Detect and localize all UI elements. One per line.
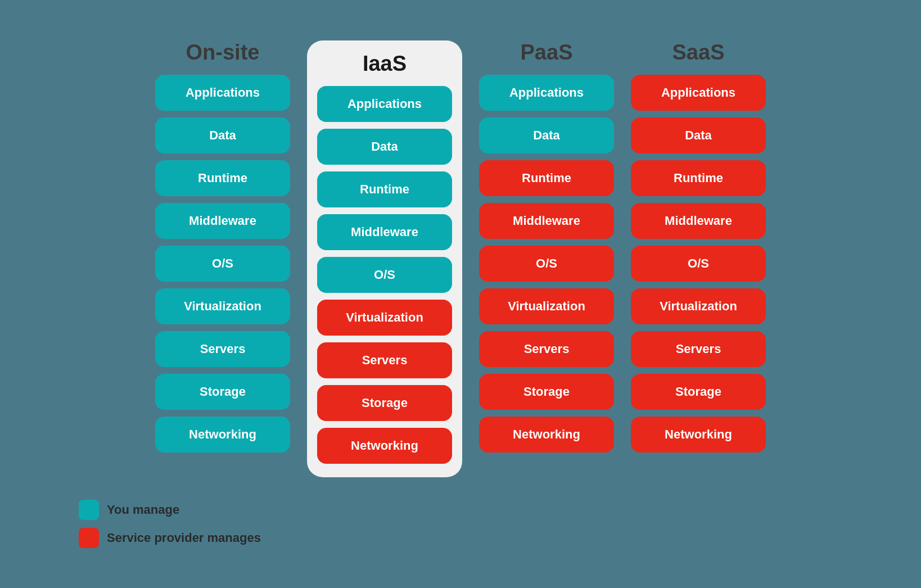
pill-iaas-servers: Servers xyxy=(317,342,452,378)
legend-item-teal: You manage xyxy=(79,500,261,520)
pill-saas-virtualization: Virtualization xyxy=(631,288,766,324)
column-iaas: IaaSApplicationsDataRuntimeMiddlewareO/S… xyxy=(307,40,462,477)
pill-onsite-runtime: Runtime xyxy=(155,160,290,196)
pill-onsite-virtualization: Virtualization xyxy=(155,288,290,324)
legend-dot-red xyxy=(79,528,99,548)
pill-onsite-servers: Servers xyxy=(155,331,290,367)
column-saas: SaaSApplicationsDataRuntimeMiddlewareO/S… xyxy=(631,40,766,453)
pill-onsite-middleware: Middleware xyxy=(155,203,290,239)
pill-saas-applications: Applications xyxy=(631,75,766,111)
pill-saas-storage: Storage xyxy=(631,374,766,410)
pill-onsite-networking: Networking xyxy=(155,417,290,453)
pill-paas-middleware: Middleware xyxy=(479,203,614,239)
pill-paas-networking: Networking xyxy=(479,417,614,453)
pill-saas-networking: Networking xyxy=(631,417,766,453)
legend-label-red: Service provider manages xyxy=(107,531,261,545)
pill-iaas-data: Data xyxy=(317,129,452,165)
column-header-onsite: On-site xyxy=(186,40,260,65)
legend-label-teal: You manage xyxy=(107,503,179,517)
pill-paas-o-s: O/S xyxy=(479,246,614,282)
pill-iaas-storage: Storage xyxy=(317,385,452,421)
column-header-iaas: IaaS xyxy=(363,52,407,76)
pill-onsite-data: Data xyxy=(155,117,290,153)
pill-onsite-applications: Applications xyxy=(155,75,290,111)
pill-iaas-networking: Networking xyxy=(317,428,452,464)
pill-iaas-applications: Applications xyxy=(317,86,452,122)
pill-onsite-o-s: O/S xyxy=(155,246,290,282)
pill-paas-applications: Applications xyxy=(479,75,614,111)
pill-paas-servers: Servers xyxy=(479,331,614,367)
pill-iaas-runtime: Runtime xyxy=(317,171,452,207)
main-container: On-siteApplicationsDataRuntimeMiddleware… xyxy=(0,18,921,571)
pill-paas-runtime: Runtime xyxy=(479,160,614,196)
pill-saas-servers: Servers xyxy=(631,331,766,367)
pill-iaas-o-s: O/S xyxy=(317,257,452,293)
pill-saas-runtime: Runtime xyxy=(631,160,766,196)
pill-paas-data: Data xyxy=(479,117,614,153)
column-header-paas: PaaS xyxy=(521,40,573,65)
pill-paas-virtualization: Virtualization xyxy=(479,288,614,324)
legend-dot-teal xyxy=(79,500,99,520)
column-paas: PaaSApplicationsDataRuntimeMiddlewareO/S… xyxy=(479,40,614,453)
pill-iaas-virtualization: Virtualization xyxy=(317,300,452,336)
column-onsite: On-siteApplicationsDataRuntimeMiddleware… xyxy=(155,40,290,453)
pill-iaas-middleware: Middleware xyxy=(317,214,452,250)
pill-onsite-storage: Storage xyxy=(155,374,290,410)
pill-saas-o-s: O/S xyxy=(631,246,766,282)
pill-saas-data: Data xyxy=(631,117,766,153)
column-header-saas: SaaS xyxy=(672,40,725,65)
pill-saas-middleware: Middleware xyxy=(631,203,766,239)
columns-wrapper: On-siteApplicationsDataRuntimeMiddleware… xyxy=(155,40,766,477)
legend: You manageService provider manages xyxy=(79,500,261,548)
legend-item-red: Service provider manages xyxy=(79,528,261,548)
pill-paas-storage: Storage xyxy=(479,374,614,410)
